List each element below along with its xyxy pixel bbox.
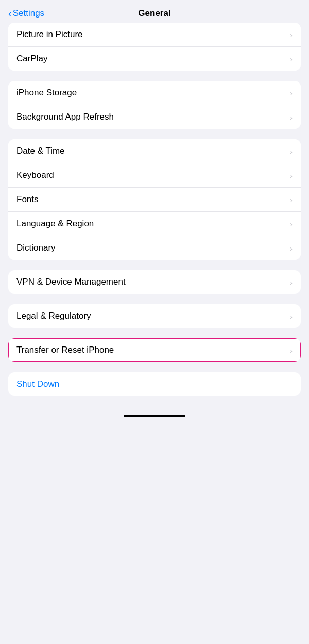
settings-row-transfer-reset[interactable]: Transfer or Reset iPhone › [8,338,301,362]
settings-group-3: Date & Time › Keyboard › Fonts › Languag… [8,139,301,260]
chevron-right-icon: › [290,171,293,180]
shut-down-row[interactable]: Shut Down [8,372,301,396]
chevron-right-icon: › [290,55,293,63]
settings-row-legal[interactable]: Legal & Regulatory › [8,304,301,328]
settings-row-carplay[interactable]: CarPlay › [8,47,301,71]
settings-group-1: Picture in Picture › CarPlay › [8,23,301,71]
transfer-reset-label: Transfer or Reset iPhone [16,345,114,355]
settings-row-vpn[interactable]: VPN & Device Management › [8,270,301,294]
home-bar [124,415,185,417]
dictionary-label: Dictionary [16,243,56,253]
settings-row-background-app-refresh[interactable]: Background App Refresh › [8,105,301,129]
back-chevron-icon: ‹ [8,8,12,19]
settings-content: Picture in Picture › CarPlay › iPhone St… [0,23,309,396]
settings-row-fonts[interactable]: Fonts › [8,188,301,212]
settings-group-5: Legal & Regulatory › [8,304,301,328]
settings-row-language-region[interactable]: Language & Region › [8,212,301,236]
chevron-right-icon: › [290,113,293,122]
chevron-right-icon: › [290,195,293,204]
chevron-right-icon: › [290,278,293,287]
chevron-right-icon: › [290,244,293,253]
date-time-label: Date & Time [16,146,65,156]
back-label: Settings [13,8,44,19]
keyboard-label: Keyboard [16,170,54,180]
carplay-label: CarPlay [16,54,47,64]
chevron-right-icon: › [290,220,293,228]
language-region-label: Language & Region [16,219,94,229]
iphone-storage-label: iPhone Storage [16,88,77,98]
chevron-right-icon: › [290,89,293,97]
page-title: General [138,8,170,19]
shut-down-group: Shut Down [8,372,301,396]
settings-row-dictionary[interactable]: Dictionary › [8,236,301,260]
vpn-label: VPN & Device Management [16,277,126,287]
settings-row-picture-in-picture[interactable]: Picture in Picture › [8,23,301,47]
settings-group-6: Transfer or Reset iPhone › [8,338,301,362]
settings-group-4: VPN & Device Management › [8,270,301,294]
settings-row-iphone-storage[interactable]: iPhone Storage › [8,81,301,105]
background-app-refresh-label: Background App Refresh [16,112,114,122]
chevron-right-icon: › [290,346,293,355]
home-indicator [0,406,309,421]
back-button[interactable]: ‹ Settings [8,8,44,19]
chevron-right-icon: › [290,147,293,156]
chevron-right-icon: › [290,30,293,39]
settings-row-date-time[interactable]: Date & Time › [8,139,301,163]
header: ‹ Settings General [0,0,309,23]
legal-label: Legal & Regulatory [16,311,91,321]
picture-in-picture-label: Picture in Picture [16,29,83,40]
chevron-right-icon: › [290,312,293,321]
settings-row-keyboard[interactable]: Keyboard › [8,163,301,188]
fonts-label: Fonts [16,194,39,205]
settings-group-2: iPhone Storage › Background App Refresh … [8,81,301,129]
shut-down-label: Shut Down [16,379,59,389]
